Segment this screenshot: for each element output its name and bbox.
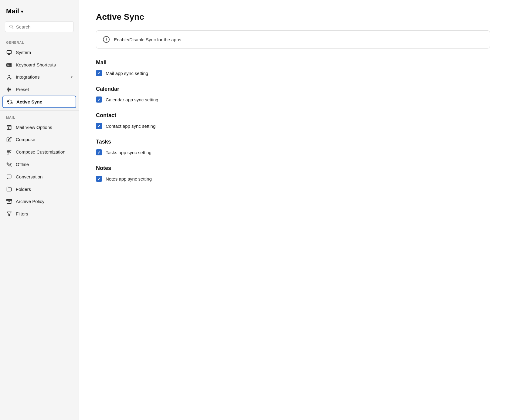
sidebar-item-archive-policy[interactable]: Archive Policy [0,195,79,208]
integrations-icon [6,74,12,80]
checkbox-label-notes: Notes app sync setting [106,176,152,181]
app-title: Mail [6,7,19,15]
sidebar-item-active-sync[interactable]: Active Sync [2,96,76,108]
sidebar-item-preset[interactable]: Preset [0,83,79,96]
sidebar-item-conversation-label: Conversation [16,174,73,179]
sidebar-item-offline-label: Offline [16,162,73,167]
svg-marker-42 [7,212,12,216]
sidebar-item-offline[interactable]: Offline [0,158,79,171]
checkbox-notes[interactable]: ✓ [96,176,102,182]
checkbox-label-mail: Mail app sync setting [106,71,148,76]
sidebar-item-system-label: System [16,50,73,55]
integrations-expand-icon: ▾ [71,75,73,79]
sidebar-item-compose[interactable]: Compose [0,134,79,146]
svg-rect-5 [7,63,12,66]
info-message: Enable/Disable Sync for the apps [114,37,181,42]
checkbox-row-tasks: ✓ Tasks app sync setting [96,149,490,155]
keyboard-icon [6,62,12,68]
checkbox-row-contact: ✓ Contact app sync setting [96,123,490,129]
sliders-icon [6,86,12,92]
sidebar-item-integrations[interactable]: Integrations ▾ [0,71,79,83]
page-title: Active Sync [96,12,490,22]
sidebar-item-compose-customization[interactable]: Compose Customization [0,146,79,158]
archive-icon [6,198,12,204]
svg-point-28 [8,88,9,89]
compose-icon [6,137,12,143]
checkbox-row-calendar: ✓ Calendar app sync setting [96,97,490,103]
sidebar: Mail ▾ GENERAL System [0,0,79,420]
sync-section-contact: Contact ✓ Contact app sync setting [96,112,490,129]
app-title-header[interactable]: Mail ▾ [0,7,79,21]
svg-point-17 [8,65,8,66]
section-divider [0,110,79,111]
checkbox-calendar[interactable]: ✓ [96,97,102,103]
checkbox-contact[interactable]: ✓ [96,123,102,129]
sidebar-item-archive-policy-label: Archive Policy [16,199,73,204]
checkbox-row-notes: ✓ Notes app sync setting [96,176,490,182]
svg-rect-37 [7,152,9,154]
svg-point-30 [8,90,9,91]
sync-section-title-calendar: Calendar [96,86,490,92]
info-box: i Enable/Disable Sync for the apps [96,30,490,49]
sidebar-item-compose-customization-label: Compose Customization [16,149,73,154]
sidebar-item-mail-view-options-label: Mail View Options [16,125,73,130]
checkmark-icon: ✓ [97,124,101,128]
filter-icon [6,211,12,217]
checkbox-label-tasks: Tasks app sync setting [106,150,151,155]
monitor-icon [6,49,12,55]
search-box[interactable] [5,21,74,32]
main-content: Active Sync i Enable/Disable Sync for th… [79,0,507,420]
sidebar-item-keyboard-shortcuts-label: Keyboard Shortcuts [16,62,73,67]
svg-line-23 [8,77,9,78]
info-icon: i [103,36,110,43]
svg-point-16 [10,64,11,65]
sidebar-item-preset-label: Preset [16,87,73,92]
sync-section-calendar: Calendar ✓ Calendar app sync setting [96,86,490,103]
checkbox-row-mail: ✓ Mail app sync setting [96,70,490,76]
sidebar-item-mail-view-options[interactable]: Mail View Options [0,121,79,134]
svg-line-24 [9,77,11,78]
svg-line-1 [12,28,13,29]
sync-section-title-contact: Contact [96,112,490,119]
checkbox-mail[interactable]: ✓ [96,70,102,76]
sync-section-title-tasks: Tasks [96,139,490,145]
checkbox-label-contact: Contact app sync setting [106,124,155,129]
checkmark-icon: ✓ [97,97,101,102]
search-container [5,21,74,32]
checkbox-label-calendar: Calendar app sync setting [106,97,158,102]
sidebar-item-system[interactable]: System [0,46,79,59]
sidebar-item-folders[interactable]: Folders [0,183,79,195]
search-input[interactable] [16,24,70,29]
checkmark-icon: ✓ [97,177,101,181]
sync-section-title-mail: Mail [96,59,490,66]
svg-point-13 [8,64,8,65]
sync-section-title-notes: Notes [96,165,490,171]
svg-rect-40 [7,199,12,201]
search-icon [9,24,14,29]
mail-section-label: MAIL [0,113,79,121]
conversation-icon [6,174,12,180]
table-icon [6,124,12,130]
sidebar-item-conversation[interactable]: Conversation [0,171,79,183]
sidebar-item-active-sync-label: Active Sync [16,99,72,104]
svg-rect-2 [7,50,12,54]
sidebar-item-keyboard-shortcuts[interactable]: Keyboard Shortcuts [0,59,79,71]
sync-sections: Mail ✓ Mail app sync setting Calendar ✓ … [96,59,490,182]
sidebar-item-compose-label: Compose [16,137,73,142]
general-section-label: GENERAL [0,38,79,46]
svg-point-15 [9,64,10,65]
sidebar-item-filters[interactable]: Filters [0,208,79,220]
svg-point-18 [10,65,11,66]
offline-icon [6,161,12,167]
checkbox-tasks[interactable]: ✓ [96,149,102,155]
svg-point-14 [9,64,9,65]
sidebar-item-filters-label: Filters [16,211,73,216]
checkmark-icon: ✓ [97,150,101,155]
compose-custom-icon [6,149,12,155]
sync-section-mail: Mail ✓ Mail app sync setting [96,59,490,76]
folder-icon [6,186,12,192]
sync-section-notes: Notes ✓ Notes app sync setting [96,165,490,182]
sidebar-item-integrations-label: Integrations [16,74,67,80]
svg-rect-31 [7,125,11,130]
sync-section-tasks: Tasks ✓ Tasks app sync setting [96,139,490,155]
